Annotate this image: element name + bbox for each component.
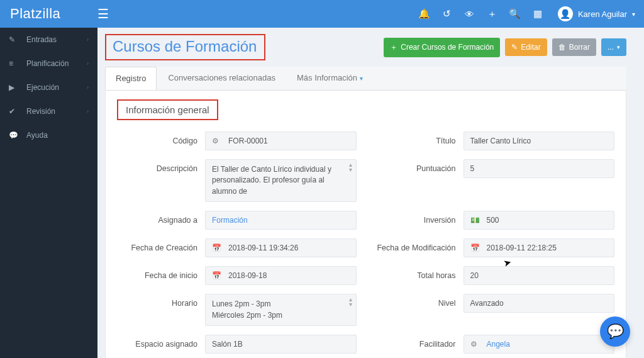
field-facilitador[interactable]: ⚙Angela — [464, 335, 615, 354]
more-actions-label: ... — [608, 43, 614, 52]
field-horario[interactable]: Lunes 2pm - 3pm Miércoles 2pm - 3pm▴▾ — [205, 294, 357, 326]
label-titulo: Título — [375, 131, 464, 150]
label-asignado: Asignado a — [117, 211, 205, 230]
label-inversion: Inversión — [375, 211, 464, 230]
field-espacio[interactable]: Salón 1B — [205, 335, 357, 354]
value-titulo: Taller Canto Lírico — [470, 137, 531, 145]
sidebar-item-ayuda[interactable]: 💬 Ayuda — [0, 123, 97, 147]
label-descripcion: Descripción — [117, 159, 205, 178]
sidebar-item-ejecucion[interactable]: ▶ Ejecución › — [0, 76, 97, 99]
caret-down-icon: ▾ — [360, 75, 363, 82]
field-puntuacion[interactable]: 5 — [464, 159, 615, 178]
trash-icon: 🗑 — [558, 43, 566, 52]
edit-button[interactable]: ✎ Editar — [505, 38, 547, 56]
avatar-icon: 👤 — [558, 6, 573, 21]
calendar-icon: 📅 — [470, 243, 482, 252]
field-codigo[interactable]: ⚙FOR-00001 — [205, 131, 357, 150]
field-fecha-mod[interactable]: 📅2018-09-11 22:18:25 — [464, 238, 615, 257]
sidebar-item-label: Revisión — [26, 107, 55, 116]
value-puntuacion: 5 — [470, 164, 475, 173]
label-facilitador: Facilitador — [375, 335, 464, 354]
tab-label: Conversaciones relacionadas — [168, 73, 275, 82]
value-espacio: Salón 1B — [212, 340, 243, 349]
plus-icon[interactable]: ＋ — [481, 8, 504, 20]
gears-icon: ⚙ — [470, 340, 482, 349]
label-codigo: Código — [117, 131, 205, 150]
value-total-horas: 20 — [470, 271, 479, 280]
user-menu[interactable]: 👤 Karen Aguilar ▾ — [549, 6, 644, 21]
tab-registro[interactable]: Registro — [105, 67, 157, 90]
money-icon: 💵 — [470, 216, 482, 225]
chevron-right-icon: › — [87, 108, 89, 115]
pencil-icon: ✎ — [9, 35, 19, 44]
value-inversion: 500 — [487, 216, 499, 225]
page-title: Cursos de Formación — [113, 38, 257, 55]
more-actions-button[interactable]: ... ▾ — [601, 38, 626, 56]
value-fecha-creacion: 2018-09-11 19:34:26 — [228, 243, 298, 252]
sidebar-item-entradas[interactable]: ✎ Entradas › — [0, 28, 97, 52]
value-descripcion: El Taller de Canto Lírico individual y p… — [212, 164, 350, 197]
field-total-horas[interactable]: 20 — [464, 266, 615, 285]
field-fecha-creacion[interactable]: 📅2018-09-11 19:34:26 — [205, 238, 357, 257]
calendar-icon: 📅 — [212, 271, 223, 280]
field-inversion[interactable]: 💵500 — [464, 211, 615, 230]
page-title-highlight: Cursos de Formación — [105, 34, 265, 60]
tab-mas-informacion[interactable]: Más Información ▾ — [287, 67, 373, 90]
value-nivel: Avanzado — [470, 299, 504, 308]
create-button[interactable]: ＋ Crear Cursos de Formación — [384, 38, 500, 57]
value-asignado[interactable]: Formación — [212, 216, 248, 225]
record-panel: Información general Código ⚙FOR-00001 Tí… — [105, 91, 626, 358]
sidebar-item-revision[interactable]: ✔ Revisión › — [0, 99, 97, 123]
chevron-right-icon: › — [87, 60, 89, 67]
sidebar-item-planificacion[interactable]: ≡ Planificación › — [0, 52, 97, 76]
field-fecha-inicio[interactable]: 📅2018-09-18 — [205, 266, 357, 285]
main-content: Cursos de Formación ＋ Crear Cursos de Fo… — [97, 28, 634, 358]
tab-conversaciones[interactable]: Conversaciones relacionadas — [158, 67, 286, 90]
delete-button[interactable]: 🗑 Borrar — [552, 38, 596, 56]
apps-grid-icon[interactable]: ▦ — [526, 8, 549, 20]
speech-bubble-icon: 💬 — [9, 131, 19, 140]
label-puntuacion: Puntuación — [375, 159, 464, 178]
history-icon[interactable]: ↺ — [436, 8, 458, 20]
label-fecha-creacion: Fecha de Creación — [117, 238, 205, 257]
gear-icon: ⚙ — [212, 137, 223, 145]
value-facilitador[interactable]: Angela — [487, 340, 510, 349]
bell-icon[interactable]: 🔔 — [413, 8, 436, 20]
delete-button-label: Borrar — [569, 43, 590, 52]
top-bar: Platzilla ☰ 🔔 ↺ 👁 ＋ 🔍 ▦ 👤 Karen Aguilar … — [0, 0, 644, 28]
value-codigo: FOR-00001 — [228, 137, 268, 145]
tab-bar: Registro Conversaciones relacionadas Más… — [105, 67, 626, 91]
page-header: Cursos de Formación ＋ Crear Cursos de Fo… — [105, 34, 626, 60]
sidebar-item-label: Ejecución — [26, 83, 59, 92]
tab-label: Registro — [116, 74, 146, 83]
chevron-right-icon: › — [87, 84, 89, 91]
search-icon[interactable]: 🔍 — [504, 8, 526, 20]
list-icon: ≡ — [9, 59, 19, 68]
label-fecha-mod: Fecha de Modificación — [375, 238, 464, 257]
field-nivel[interactable]: Avanzado — [464, 294, 615, 313]
chat-fab-button[interactable]: 💬 — [600, 316, 630, 347]
field-titulo[interactable]: Taller Canto Lírico — [464, 131, 615, 150]
sidebar: ✎ Entradas › ≡ Planificación › ▶ Ejecuci… — [0, 28, 97, 358]
sidebar-item-label: Ayuda — [26, 131, 48, 140]
value-fecha-inicio: 2018-09-18 — [228, 271, 267, 280]
label-horario: Horario — [117, 294, 205, 313]
stepper-icon[interactable]: ▴▾ — [349, 162, 352, 172]
hamburger-menu-icon[interactable]: ☰ — [97, 6, 123, 21]
value-fecha-mod: 2018-09-11 22:18:25 — [487, 243, 557, 252]
pencil-icon: ✎ — [511, 43, 518, 52]
eye-icon[interactable]: 👁 — [458, 9, 481, 20]
edit-button-label: Editar — [521, 43, 540, 52]
sidebar-item-label: Planificación — [26, 59, 69, 68]
calendar-icon: 📅 — [212, 243, 223, 252]
field-descripcion[interactable]: El Taller de Canto Lírico individual y p… — [205, 159, 357, 202]
check-icon: ✔ — [9, 107, 19, 116]
stepper-icon[interactable]: ▴▾ — [349, 297, 352, 307]
label-nivel: Nivel — [375, 294, 464, 313]
label-espacio: Espacio asignado — [117, 335, 205, 354]
chevron-down-icon: ▾ — [632, 11, 635, 18]
label-fecha-inicio: Fecha de inicio — [117, 266, 205, 285]
chat-icon: 💬 — [607, 323, 624, 340]
field-asignado[interactable]: Formación — [205, 211, 357, 230]
brand-logo: Platzilla — [0, 6, 97, 22]
